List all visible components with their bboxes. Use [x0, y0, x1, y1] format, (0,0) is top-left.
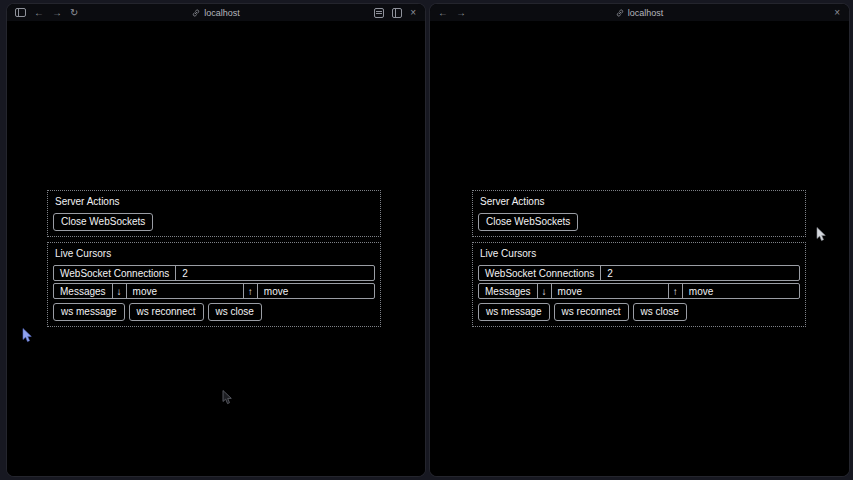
desktop: { "icons": { "back": "←", "forward": "→"… — [0, 0, 853, 480]
forward-icon[interactable]: → — [52, 8, 62, 18]
back-icon[interactable]: ← — [438, 8, 448, 18]
panel-stack: Server Actions Close WebSockets Live Cur… — [472, 190, 806, 327]
address-display[interactable]: localhost — [430, 4, 849, 21]
outgoing-message-value: move — [126, 284, 243, 298]
page-content: Server Actions Close WebSockets Live Cur… — [430, 21, 849, 476]
messages-label: Messages — [54, 284, 112, 298]
connections-label: WebSocket Connections — [54, 266, 175, 280]
sidebar-toggle-icon[interactable] — [15, 8, 26, 17]
messages-row: Messages ↓ move ↑ move — [478, 283, 800, 299]
live-cursors-title: Live Cursors — [53, 247, 375, 263]
live-cursors-title: Live Cursors — [478, 247, 800, 263]
browser-window-right: ← → localhost × Server Actions Close Web… — [430, 4, 849, 476]
url-text: localhost — [628, 8, 664, 18]
ws-message-button[interactable]: ws message — [53, 303, 125, 321]
titlebar-left-controls: ← → — [430, 8, 466, 18]
connections-value: 2 — [175, 266, 374, 280]
server-actions-title: Server Actions — [53, 195, 375, 211]
close-icon[interactable]: × — [834, 8, 840, 18]
ws-reconnect-button[interactable]: ws reconnect — [129, 303, 204, 321]
close-icon[interactable]: × — [410, 8, 416, 18]
titlebar-left-controls: ← → ↻ — [7, 8, 78, 18]
forward-icon[interactable]: → — [456, 8, 466, 18]
messages-label: Messages — [479, 284, 537, 298]
incoming-message-value: move — [682, 284, 799, 298]
connections-row: WebSocket Connections 2 — [478, 265, 800, 281]
ws-message-button[interactable]: ws message — [478, 303, 550, 321]
ws-reconnect-button[interactable]: ws reconnect — [554, 303, 629, 321]
back-icon[interactable]: ← — [34, 8, 44, 18]
incoming-message-value: move — [257, 284, 374, 298]
panel-stack: Server Actions Close WebSockets Live Cur… — [47, 190, 381, 327]
arrow-up-icon: ↑ — [243, 284, 257, 298]
ws-close-button[interactable]: ws close — [633, 303, 687, 321]
link-icon — [616, 9, 624, 17]
outgoing-message-value: move — [551, 284, 668, 298]
server-actions-title: Server Actions — [478, 195, 800, 211]
titlebar-right-controls: × — [374, 8, 425, 18]
live-cursors-panel: Live Cursors WebSocket Connections 2 Mes… — [472, 242, 806, 327]
ws-buttons-row: ws message ws reconnect ws close — [53, 303, 375, 321]
server-actions-panel: Server Actions Close WebSockets — [47, 190, 381, 237]
arrow-down-icon: ↓ — [537, 284, 551, 298]
messages-row: Messages ↓ move ↑ move — [53, 283, 375, 299]
titlebar-right-controls: × — [834, 8, 849, 18]
arrow-down-icon: ↓ — [112, 284, 126, 298]
refresh-icon[interactable]: ↻ — [70, 8, 78, 18]
connections-label: WebSocket Connections — [479, 266, 600, 280]
link-icon — [192, 9, 200, 17]
browser-window-left: ← → ↻ localhost × Server Actions Clo — [7, 4, 425, 476]
live-cursors-panel: Live Cursors WebSocket Connections 2 Mes… — [47, 242, 381, 327]
connections-row: WebSocket Connections 2 — [53, 265, 375, 281]
url-text: localhost — [204, 8, 240, 18]
close-websockets-button[interactable]: Close WebSockets — [478, 213, 578, 231]
server-actions-panel: Server Actions Close WebSockets — [472, 190, 806, 237]
titlebar: ← → localhost × — [430, 4, 849, 21]
ws-close-button[interactable]: ws close — [208, 303, 262, 321]
split-view-icon[interactable] — [392, 8, 402, 18]
titlebar: ← → ↻ localhost × — [7, 4, 425, 21]
arrow-up-icon: ↑ — [668, 284, 682, 298]
page-content: Server Actions Close WebSockets Live Cur… — [7, 21, 425, 476]
close-websockets-button[interactable]: Close WebSockets — [53, 213, 153, 231]
connections-value: 2 — [600, 266, 799, 280]
ws-buttons-row: ws message ws reconnect ws close — [478, 303, 800, 321]
panel-icon[interactable] — [374, 8, 384, 18]
